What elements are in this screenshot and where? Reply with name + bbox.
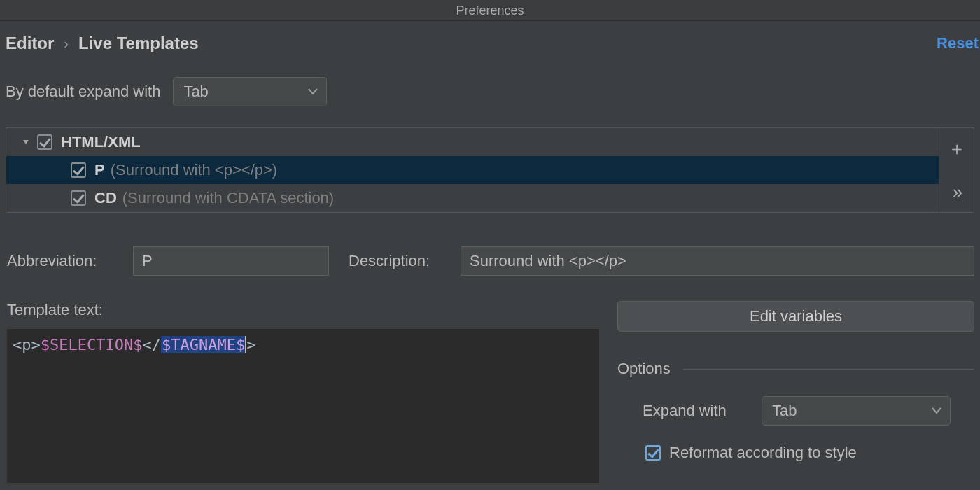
- chevron-down-icon: [932, 407, 941, 414]
- item-desc: (Surround with <p></p>): [111, 161, 277, 179]
- tree-toolbar: ＋ »: [939, 128, 974, 212]
- reformat-checkbox[interactable]: [645, 445, 661, 461]
- breadcrumb: Editor › Live Templates Reset: [0, 21, 980, 53]
- item-code: P: [94, 161, 105, 179]
- reformat-checkbox-row: Reformat according to style: [645, 444, 974, 462]
- template-tree[interactable]: HTML/XML P (Surround with <p></p>) CD (S…: [6, 128, 939, 212]
- default-expand-value: Tab: [183, 83, 208, 101]
- breadcrumb-root[interactable]: Editor: [6, 34, 54, 53]
- code-token: <p>: [13, 336, 41, 354]
- group-checkbox[interactable]: [37, 134, 52, 150]
- options-header: Options: [617, 360, 974, 378]
- default-expand-select[interactable]: Tab: [173, 77, 327, 106]
- tree-item-cd[interactable]: CD (Surround with CDATA section): [6, 184, 939, 212]
- code-variable-highlighted: $TAGNAME$: [161, 336, 246, 354]
- breadcrumb-current: Live Templates: [78, 34, 199, 53]
- template-text-editor[interactable]: <p>$SELECTION$</$TAGNAME$>: [7, 329, 599, 483]
- edit-variables-button[interactable]: Edit variables: [617, 301, 974, 332]
- group-label: HTML/XML: [61, 133, 141, 151]
- reset-link[interactable]: Reset: [937, 34, 979, 52]
- description-label: Description:: [349, 252, 461, 270]
- tree-item-p[interactable]: P (Surround with <p></p>): [6, 156, 939, 184]
- expand-with-select[interactable]: Tab: [762, 396, 951, 426]
- options-label: Options: [617, 360, 671, 378]
- chevron-down-icon: [308, 88, 318, 95]
- expand-with-row: Expand with Tab: [617, 396, 974, 426]
- add-template-button[interactable]: ＋: [939, 128, 974, 169]
- reformat-label: Reformat according to style: [669, 444, 857, 462]
- separator: [683, 369, 974, 370]
- abbrev-row: Abbreviation: Description:: [7, 246, 974, 276]
- template-tree-container: HTML/XML P (Surround with <p></p>) CD (S…: [6, 127, 974, 213]
- item-checkbox[interactable]: [71, 162, 86, 178]
- abbrev-label: Abbreviation:: [7, 252, 133, 270]
- expand-with-value: Tab: [772, 402, 797, 420]
- abbrev-input[interactable]: [133, 246, 329, 276]
- expand-with-label: Expand with: [643, 402, 755, 420]
- chevron-right-icon: ›: [64, 36, 69, 52]
- tree-group-htmlxml[interactable]: HTML/XML: [6, 128, 939, 156]
- item-code: CD: [94, 189, 117, 207]
- more-actions-button[interactable]: »: [939, 172, 974, 212]
- template-text-label: Template text:: [7, 301, 599, 319]
- item-desc: (Surround with CDATA section): [122, 189, 334, 207]
- description-input[interactable]: [461, 246, 974, 276]
- item-checkbox[interactable]: [71, 190, 86, 206]
- default-expand-label: By default expand with: [6, 83, 160, 101]
- disclosure-icon[interactable]: [19, 138, 33, 146]
- code-token: </: [142, 336, 161, 354]
- default-expand-row: By default expand with Tab: [0, 53, 980, 106]
- window-title: Preferences: [0, 0, 980, 21]
- code-variable: $SELECTION$: [41, 336, 143, 354]
- code-token: >: [246, 336, 255, 354]
